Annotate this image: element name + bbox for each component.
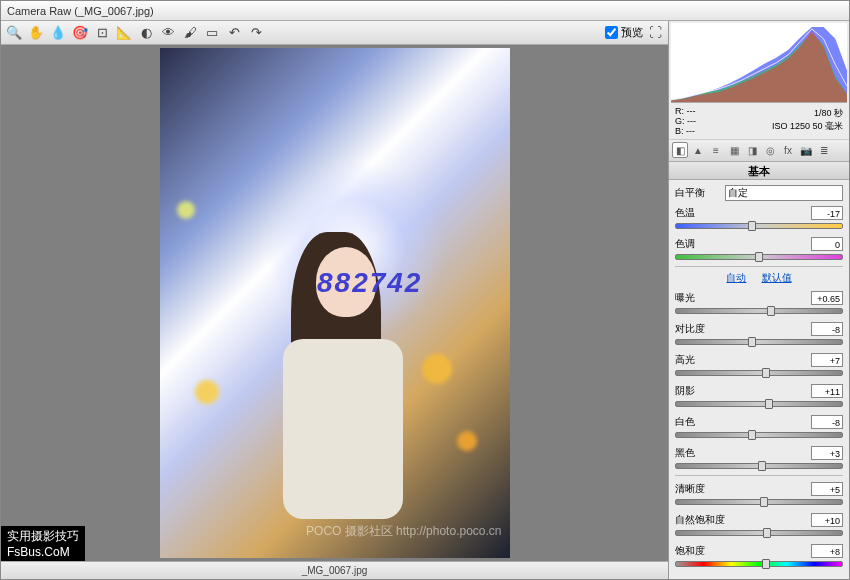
titlebar: Camera Raw (_MG_0067.jpg) bbox=[1, 1, 849, 21]
histogram[interactable] bbox=[671, 23, 847, 103]
contrast-thumb[interactable] bbox=[748, 337, 756, 347]
spot-removal-tool-icon[interactable]: ◐ bbox=[137, 24, 155, 42]
redeye-tool-icon[interactable]: 👁 bbox=[159, 24, 177, 42]
wb-select[interactable]: 自定 bbox=[725, 185, 843, 201]
whites-thumb[interactable] bbox=[748, 430, 756, 440]
tint-label: 色调 bbox=[675, 237, 725, 251]
auto-link[interactable]: 自动 bbox=[726, 272, 746, 283]
clarity-slider[interactable] bbox=[675, 499, 843, 505]
toolbar: 🔍 ✋ 💧 🎯 ⊡ 📐 ◐ 👁 🖌 ▭ ↶ ↷ 预览 ⛶ bbox=[1, 21, 668, 45]
vibrance-thumb[interactable] bbox=[763, 528, 771, 538]
preview-label: 预览 bbox=[621, 25, 643, 40]
hand-tool-icon[interactable]: ✋ bbox=[27, 24, 45, 42]
highlights-thumb[interactable] bbox=[762, 368, 770, 378]
crop-tool-icon[interactable]: ⊡ bbox=[93, 24, 111, 42]
blacks-thumb[interactable] bbox=[758, 461, 766, 471]
temp-thumb[interactable] bbox=[748, 221, 756, 231]
auto-default-links: 自动 默认值 bbox=[675, 271, 843, 285]
color-sampler-tool-icon[interactable]: 🎯 bbox=[71, 24, 89, 42]
exposure-thumb[interactable] bbox=[767, 306, 775, 316]
clarity-value[interactable]: +5 bbox=[811, 482, 843, 496]
preview-checkbox[interactable] bbox=[605, 26, 618, 39]
saturation-thumb[interactable] bbox=[762, 559, 770, 569]
fullscreen-icon[interactable]: ⛶ bbox=[646, 24, 664, 42]
shadows-value[interactable]: +11 bbox=[811, 384, 843, 398]
whites-slider[interactable] bbox=[675, 432, 843, 438]
temp-slider[interactable] bbox=[675, 223, 843, 229]
exposure-label: 曝光 bbox=[675, 291, 725, 305]
whites-value[interactable]: -8 bbox=[811, 415, 843, 429]
shadows-label: 阴影 bbox=[675, 384, 725, 398]
filename-label: _MG_0067.jpg bbox=[302, 565, 368, 576]
contrast-label: 对比度 bbox=[675, 322, 725, 336]
photo-preview: 882742 POCO 摄影社区 http://photo.poco.cn bbox=[160, 48, 510, 558]
tab-hsl-icon[interactable]: ▦ bbox=[726, 142, 742, 158]
vibrance-value[interactable]: +10 bbox=[811, 513, 843, 527]
info-readout: R: --- G: --- B: --- 1/80 秒 ISO 1250 50 … bbox=[669, 105, 849, 140]
tab-lens-icon[interactable]: ◎ bbox=[762, 142, 778, 158]
tab-detail-icon[interactable]: ≡ bbox=[708, 142, 724, 158]
panel-tabs: ◧ ▲ ≡ ▦ ◨ ◎ fx 📷 ≣ bbox=[669, 140, 849, 162]
window-title: Camera Raw (_MG_0067.jpg) bbox=[7, 5, 154, 17]
tint-thumb[interactable] bbox=[755, 252, 763, 262]
clarity-label: 清晰度 bbox=[675, 482, 725, 496]
adjustment-brush-icon[interactable]: 🖌 bbox=[181, 24, 199, 42]
blacks-value[interactable]: +3 bbox=[811, 446, 843, 460]
tint-slider[interactable] bbox=[675, 254, 843, 260]
rotate-ccw-icon[interactable]: ↶ bbox=[225, 24, 243, 42]
white-balance-tool-icon[interactable]: 💧 bbox=[49, 24, 67, 42]
exposure-value[interactable]: +0.65 bbox=[811, 291, 843, 305]
tab-camera-icon[interactable]: 📷 bbox=[798, 142, 814, 158]
blacks-slider[interactable] bbox=[675, 463, 843, 469]
contrast-slider[interactable] bbox=[675, 339, 843, 345]
tab-presets-icon[interactable]: ≣ bbox=[816, 142, 832, 158]
wb-label: 白平衡 bbox=[675, 186, 725, 200]
straighten-tool-icon[interactable]: 📐 bbox=[115, 24, 133, 42]
saturation-value[interactable]: +8 bbox=[811, 544, 843, 558]
exposure-slider[interactable] bbox=[675, 308, 843, 314]
tab-split-icon[interactable]: ◨ bbox=[744, 142, 760, 158]
highlights-slider[interactable] bbox=[675, 370, 843, 376]
whites-label: 白色 bbox=[675, 415, 725, 429]
blacks-label: 黑色 bbox=[675, 446, 725, 460]
contrast-value[interactable]: -8 bbox=[811, 322, 843, 336]
panel-title: 基本 bbox=[669, 162, 849, 180]
clarity-thumb[interactable] bbox=[760, 497, 768, 507]
tab-basic-icon[interactable]: ◧ bbox=[672, 142, 688, 158]
watermark-bottom-left: 实用摄影技巧 FsBus.CoM bbox=[1, 526, 85, 561]
graduated-filter-icon[interactable]: ▭ bbox=[203, 24, 221, 42]
temp-label: 色温 bbox=[675, 206, 725, 220]
vibrance-slider[interactable] bbox=[675, 530, 843, 536]
tab-curve-icon[interactable]: ▲ bbox=[690, 142, 706, 158]
shadows-thumb[interactable] bbox=[765, 399, 773, 409]
highlights-label: 高光 bbox=[675, 353, 725, 367]
temp-value[interactable]: -17 bbox=[811, 206, 843, 220]
zoom-tool-icon[interactable]: 🔍 bbox=[5, 24, 23, 42]
default-link[interactable]: 默认值 bbox=[762, 272, 792, 283]
tab-fx-icon[interactable]: fx bbox=[780, 142, 796, 158]
shadows-slider[interactable] bbox=[675, 401, 843, 407]
watermark-center: 882742 bbox=[317, 267, 422, 299]
statusbar: _MG_0067.jpg bbox=[1, 561, 668, 579]
watermark-bottom-right: POCO 摄影社区 http://photo.poco.cn bbox=[306, 523, 501, 540]
canvas-area[interactable]: 882742 POCO 摄影社区 http://photo.poco.cn 实用… bbox=[1, 45, 668, 561]
tint-value[interactable]: 0 bbox=[811, 237, 843, 251]
vibrance-label: 自然饱和度 bbox=[675, 513, 725, 527]
rotate-cw-icon[interactable]: ↷ bbox=[247, 24, 265, 42]
saturation-slider[interactable] bbox=[675, 561, 843, 567]
saturation-label: 饱和度 bbox=[675, 544, 725, 558]
highlights-value[interactable]: +7 bbox=[811, 353, 843, 367]
